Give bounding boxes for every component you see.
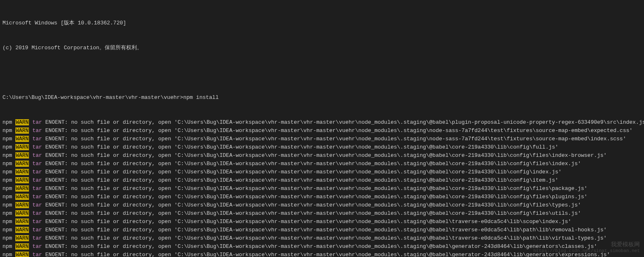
warning-line: npm WARN tar ENOENT: no such file or dir… xyxy=(0,185,644,193)
tar-label: tar xyxy=(32,194,42,200)
warning-line: npm WARN tar ENOENT: no such file or dir… xyxy=(0,127,644,135)
tar-label: tar xyxy=(32,177,42,183)
error-message: ENOENT: no such file or directory, open … xyxy=(45,210,581,216)
warning-line: npm WARN tar ENOENT: no such file or dir… xyxy=(0,176,644,185)
tar-label: tar xyxy=(32,119,42,125)
npm-label: npm xyxy=(2,169,12,175)
warn-badge: WARN xyxy=(15,235,29,241)
error-message: ENOENT: no such file or directory, open … xyxy=(45,185,587,192)
tar-label: tar xyxy=(32,202,42,208)
warn-badge: WARN xyxy=(15,127,29,134)
error-message: ENOENT: no such file or directory, open … xyxy=(45,202,581,208)
warnings-list: npm WARN tar ENOENT: no such file or dir… xyxy=(0,118,644,257)
header-line-2: (c) 2019 Microsoft Corporation。保留所有权利。 xyxy=(0,44,644,52)
error-message: ENOENT: no such file or directory, open … xyxy=(45,161,581,167)
npm-label: npm xyxy=(2,194,12,200)
error-message: ENOENT: no such file or directory, open … xyxy=(45,127,632,134)
npm-label: npm xyxy=(2,210,12,216)
tar-label: tar xyxy=(32,252,42,257)
warn-badge: WARN xyxy=(15,177,29,183)
npm-label: npm xyxy=(2,243,12,250)
warn-badge: WARN xyxy=(15,210,29,216)
error-message: ENOENT: no such file or directory, open … xyxy=(45,219,571,225)
warning-line: npm WARN tar ENOENT: no such file or dir… xyxy=(0,234,644,243)
error-message: ENOENT: no such file or directory, open … xyxy=(45,194,587,200)
warn-badge: WARN xyxy=(15,136,29,142)
npm-label: npm xyxy=(2,219,12,225)
warning-line: npm WARN tar ENOENT: no such file or dir… xyxy=(0,135,644,143)
warning-line: npm WARN tar ENOENT: no such file or dir… xyxy=(0,151,644,160)
warning-line: npm WARN tar ENOENT: no such file or dir… xyxy=(0,201,644,209)
error-message: ENOENT: no such file or directory, open … xyxy=(45,136,626,142)
warn-badge: WARN xyxy=(15,243,29,250)
tar-label: tar xyxy=(32,152,42,159)
error-message: ENOENT: no such file or directory, open … xyxy=(45,243,597,250)
npm-label: npm xyxy=(2,252,12,257)
tar-label: tar xyxy=(32,210,42,216)
npm-label: npm xyxy=(2,235,12,241)
warn-badge: WARN xyxy=(15,119,29,125)
warn-badge: WARN xyxy=(15,152,29,159)
warning-line: npm WARN tar ENOENT: no such file or dir… xyxy=(0,193,644,201)
tar-label: tar xyxy=(32,219,42,225)
tar-label: tar xyxy=(32,227,42,233)
error-message: ENOENT: no such file or directory, open … xyxy=(45,119,644,125)
tar-label: tar xyxy=(32,169,42,175)
warn-badge: WARN xyxy=(15,252,29,257)
error-message: ENOENT: no such file or directory, open … xyxy=(45,144,558,150)
npm-label: npm xyxy=(2,144,12,150)
warn-badge: WARN xyxy=(15,194,29,200)
tar-label: tar xyxy=(32,144,42,150)
warn-badge: WARN xyxy=(15,161,29,167)
warn-badge: WARN xyxy=(15,227,29,233)
tar-label: tar xyxy=(32,127,42,134)
error-message: ENOENT: no such file or directory, open … xyxy=(45,152,606,159)
command: npm install xyxy=(183,94,219,101)
terminal-output[interactable]: Microsoft Windows [版本 10.0.18362.720] (c… xyxy=(0,2,644,257)
header-line-1: Microsoft Windows [版本 10.0.18362.720] xyxy=(0,19,644,27)
error-message: ENOENT: no such file or directory, open … xyxy=(45,252,610,257)
command-line: C:\Users\Bug\IDEA-workspace\vhr-master\v… xyxy=(0,94,644,102)
error-message: ENOENT: no such file or directory, open … xyxy=(45,177,558,183)
warn-badge: WARN xyxy=(15,144,29,150)
prompt: C:\Users\Bug\IDEA-workspace\vhr-master\v… xyxy=(2,94,183,101)
blank-line xyxy=(0,69,644,77)
warning-line: npm WARN tar ENOENT: no such file or dir… xyxy=(0,218,644,226)
error-message: ENOENT: no such file or directory, open … xyxy=(45,235,606,241)
npm-label: npm xyxy=(2,161,12,167)
warn-badge: WARN xyxy=(15,219,29,225)
warning-line: npm WARN tar ENOENT: no such file or dir… xyxy=(0,168,644,176)
tar-label: tar xyxy=(32,235,42,241)
warning-line: npm WARN tar ENOENT: no such file or dir… xyxy=(0,226,644,234)
warning-line: npm WARN tar ENOENT: no such file or dir… xyxy=(0,251,644,257)
tar-label: tar xyxy=(32,161,42,167)
tar-label: tar xyxy=(32,185,42,192)
tar-label: tar xyxy=(32,136,42,142)
warning-line: npm WARN tar ENOENT: no such file or dir… xyxy=(0,160,644,168)
npm-label: npm xyxy=(2,202,12,208)
warn-badge: WARN xyxy=(15,185,29,192)
error-message: ENOENT: no such file or directory, open … xyxy=(45,227,606,233)
npm-label: npm xyxy=(2,152,12,159)
tar-label: tar xyxy=(32,243,42,250)
npm-label: npm xyxy=(2,127,12,134)
warning-line: npm WARN tar ENOENT: no such file or dir… xyxy=(0,243,644,251)
warning-line: npm WARN tar ENOENT: no such file or dir… xyxy=(0,118,644,127)
npm-label: npm xyxy=(2,177,12,183)
npm-label: npm xyxy=(2,119,12,125)
npm-label: npm xyxy=(2,136,12,142)
warn-badge: WARN xyxy=(15,169,29,175)
warning-line: npm WARN tar ENOENT: no such file or dir… xyxy=(0,143,644,151)
warn-badge: WARN xyxy=(15,202,29,208)
error-message: ENOENT: no such file or directory, open … xyxy=(45,169,561,175)
warning-line: npm WARN tar ENOENT: no such file or dir… xyxy=(0,209,644,218)
npm-label: npm xyxy=(2,185,12,192)
npm-label: npm xyxy=(2,227,12,233)
